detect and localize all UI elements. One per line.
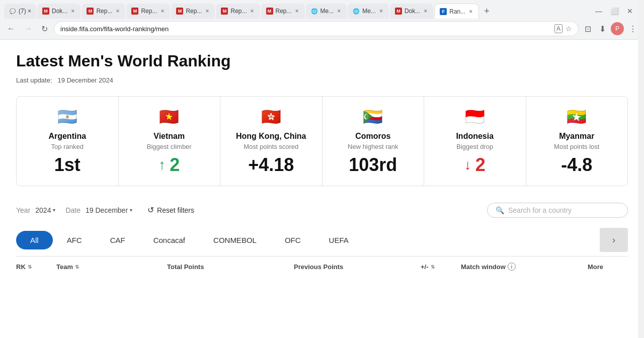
tab-uefa-label: UEFA xyxy=(329,236,349,244)
tab-close-rep4[interactable]: × xyxy=(249,7,255,16)
minimize-button[interactable]: — xyxy=(592,6,605,16)
flag-argentina: 🇦🇷 xyxy=(53,107,82,127)
year-chevron-icon: ▾ xyxy=(53,207,55,213)
th-team-sort-icon[interactable]: ⇅ xyxy=(75,264,79,270)
tab-rep3[interactable]: M Rep... × xyxy=(171,4,215,19)
value-indonesia: ↓ 2 xyxy=(464,154,486,176)
tab-close-ranking[interactable]: × xyxy=(468,7,473,16)
th-rk-sort-icon[interactable]: ⇅ xyxy=(28,264,32,270)
year-filter: Year 2024 ▾ xyxy=(16,205,57,215)
tab-ofc-label: OFC xyxy=(285,236,301,244)
date-chevron-icon: ▾ xyxy=(130,207,132,213)
back-button[interactable]: ← xyxy=(4,22,18,35)
tab-title-rep3: Rep... xyxy=(186,8,202,15)
date-value: 19 December xyxy=(86,206,128,214)
label-hongkong: Most points scored xyxy=(244,143,298,150)
label-indonesia: Biggest drop xyxy=(456,143,493,150)
new-tab-button[interactable]: + xyxy=(480,4,494,19)
th-total-points-label: Total Points xyxy=(167,263,204,271)
extensions-icon[interactable]: ⊡ xyxy=(582,22,594,36)
tab-rep2[interactable]: M Rep... × xyxy=(126,4,170,19)
tab-title-rep2: Rep... xyxy=(141,8,157,15)
date-select[interactable]: 19 December ▾ xyxy=(84,205,134,215)
th-match-window: Match window i xyxy=(461,263,588,271)
reset-filters-button[interactable]: ↺ Reset filters xyxy=(142,202,199,218)
tab-title-me2: Me... xyxy=(362,8,376,15)
country-vietnam: Vietnam xyxy=(153,132,185,141)
tab-title-dok1: Dok... xyxy=(52,8,67,15)
search-icon: 🔍 xyxy=(496,206,504,214)
tab-dok2[interactable]: M Dok... × xyxy=(390,4,433,19)
stat-card-hongkong: 🇭🇰 Hong Kong, China Most points scored +… xyxy=(220,97,323,186)
stat-card-myanmar: 🇲🇲 Myanmar Most points lost -4.8 xyxy=(526,97,628,186)
bookmark-icon[interactable]: ☆ xyxy=(566,25,572,33)
profile-avatar[interactable]: P xyxy=(611,22,624,35)
th-prev-points-label: Previous Points xyxy=(294,263,343,271)
tab-favicon-rep5: M xyxy=(266,8,273,15)
filters-row: Year 2024 ▾ Date 19 December ▾ ↺ Reset f… xyxy=(16,202,628,218)
close-button[interactable]: ✕ xyxy=(624,6,636,16)
year-select[interactable]: 2024 ▾ xyxy=(33,205,57,215)
translate-icon[interactable]: A xyxy=(554,24,562,33)
address-icons: A ☆ xyxy=(554,24,572,33)
forward-button[interactable]: → xyxy=(21,22,35,35)
tab-caf[interactable]: CAF xyxy=(96,231,139,249)
tab-afc-label: AFC xyxy=(67,236,82,244)
tab-whatsapp[interactable]: 💬 (7) × xyxy=(4,4,36,19)
th-team-label: Team xyxy=(56,263,73,271)
value-hongkong: +4.18 xyxy=(248,154,294,176)
tab-title-whatsapp: (7) × xyxy=(19,8,31,15)
tab-ofc[interactable]: OFC xyxy=(271,231,315,249)
tab-conmebol[interactable]: CONMEBOL xyxy=(199,231,271,249)
stat-card-indonesia: 🇮🇩 Indonesia Biggest drop ↓ 2 xyxy=(424,97,526,186)
tab-close-rep3[interactable]: × xyxy=(204,7,210,16)
tab-title-rep5: Rep... xyxy=(276,8,292,15)
stat-card-comoros: 🇰🇲 Comoros New highest rank 103rd xyxy=(323,97,425,186)
tab-all[interactable]: All xyxy=(16,231,53,249)
tab-dok1[interactable]: M Dok... × xyxy=(37,4,80,19)
tab-close-rep1[interactable]: × xyxy=(115,7,120,16)
download-icon[interactable]: ⬇ xyxy=(596,22,609,36)
stat-card-vietnam: 🇻🇳 Vietnam Biggest climber ↑ 2 xyxy=(119,97,221,186)
th-plusminus-sort-icon[interactable]: ⇅ xyxy=(431,264,435,270)
tab-uefa[interactable]: UEFA xyxy=(315,231,363,249)
last-update-label: Last update: xyxy=(16,76,52,84)
refresh-button[interactable]: ↻ xyxy=(38,22,51,36)
tab-me2[interactable]: 🌐 Me... × xyxy=(348,4,389,19)
tab-close-me2[interactable]: × xyxy=(378,7,384,16)
table-header: RK ⇅ Team ⇅ Total Points Previous Points… xyxy=(16,256,628,277)
address-bar-row: ← → ↻ inside.fifa.com/fifa-world-ranking… xyxy=(0,19,644,39)
tab-close-me1[interactable]: × xyxy=(336,7,342,16)
country-myanmar: Myanmar xyxy=(559,132,594,141)
tab-concacaf[interactable]: Concacaf xyxy=(139,231,199,249)
last-update: Last update: 19 December 2024 xyxy=(16,76,628,84)
tab-favicon-rep2: M xyxy=(131,8,138,15)
tab-rep1[interactable]: M Rep... × xyxy=(82,4,125,19)
more-tabs-button[interactable]: › xyxy=(600,228,628,252)
address-bar[interactable]: inside.fifa.com/fifa-world-ranking/men A… xyxy=(54,21,579,36)
tab-me1[interactable]: 🌐 Me... × xyxy=(306,4,347,19)
tab-close-dok1[interactable]: × xyxy=(70,7,75,16)
label-vietnam: Biggest climber xyxy=(147,143,192,150)
confederation-tabs: All AFC CAF Concacaf CONMEBOL OFC UEFA › xyxy=(16,228,628,252)
last-update-date: 19 December 2024 xyxy=(57,76,113,84)
stat-card-argentina: 🇦🇷 Argentina Top ranked 1st xyxy=(17,97,119,186)
window-controls: — ⬜ ✕ xyxy=(592,6,640,16)
th-rk-label: RK xyxy=(16,263,26,271)
tab-close-rep2[interactable]: × xyxy=(159,7,165,16)
tab-favicon-rep3: M xyxy=(176,8,183,15)
tab-title-dok2: Dok... xyxy=(405,8,420,15)
tab-ranking[interactable]: F Ran... × xyxy=(434,4,479,19)
tab-close-rep5[interactable]: × xyxy=(294,7,300,16)
scrollbar[interactable] xyxy=(638,0,644,289)
th-more: More xyxy=(588,263,628,271)
tab-close-dok2[interactable]: × xyxy=(423,7,428,16)
match-window-info-icon[interactable]: i xyxy=(508,263,516,271)
tab-afc[interactable]: AFC xyxy=(53,231,96,249)
country-search-box[interactable]: 🔍 Search for a country xyxy=(487,203,628,218)
tab-rep5[interactable]: M Rep... × xyxy=(261,4,305,19)
reset-label: Reset filters xyxy=(157,206,194,214)
tab-bar: 💬 (7) × M Dok... × M Rep... × M Rep... ×… xyxy=(0,0,644,19)
tab-rep4[interactable]: M Rep... × xyxy=(216,4,260,19)
maximize-button[interactable]: ⬜ xyxy=(607,6,622,16)
